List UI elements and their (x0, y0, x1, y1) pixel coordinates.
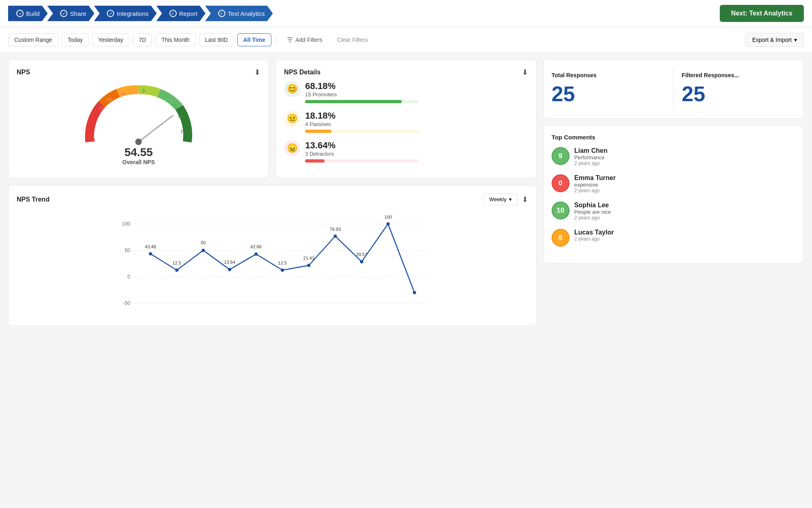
emma-comment: expensive (574, 182, 616, 188)
filtered-responses-box: Filtered Responses... 25 (673, 68, 795, 110)
weekly-button[interactable]: Weekly ▾ (483, 193, 518, 205)
svg-text:-20: -20 (130, 88, 136, 93)
trend-chart-svg: 100 50 0 -50 (17, 212, 528, 317)
chart-area: 100 50 0 -50 (17, 212, 528, 317)
download-icon[interactable]: ⬇ (522, 68, 528, 77)
nav-step-integrations[interactable]: ✓ Integrations (94, 6, 156, 21)
detractors-desc: 3 Detractors (305, 151, 419, 157)
nav-step-build[interactable]: ✓ Build (8, 6, 48, 21)
filter-all-time[interactable]: All Time (237, 33, 271, 46)
svg-text:13.64: 13.64 (224, 260, 236, 265)
gauge-value: 54.55 (124, 146, 153, 159)
svg-text:76.93: 76.93 (330, 227, 341, 232)
comment-item-emma: 0 Emma Turner expensive 2 years ago (552, 174, 795, 193)
nps-card-header: NPS ⬇ (17, 68, 260, 77)
clear-filters-button[interactable]: Clear Filters (331, 34, 373, 46)
svg-text:-100: -100 (86, 138, 95, 143)
total-responses-label: Total Responses (552, 72, 665, 78)
promoters-desc: 15 Promoters (305, 91, 419, 98)
detractors-item: 😠 13.64% 3 Detractors (284, 140, 528, 163)
svg-point-28 (333, 234, 337, 238)
svg-point-30 (386, 222, 390, 226)
passives-bar-fill (305, 130, 331, 133)
download-icon[interactable]: ⬇ (254, 68, 260, 77)
sophia-comment: People are nice (574, 209, 611, 215)
liam-time: 2 years ago (574, 161, 608, 166)
svg-text:12.5: 12.5 (278, 261, 287, 265)
passives-pct: 18.18% (305, 111, 419, 121)
chevron-down-icon: ▾ (794, 37, 797, 43)
top-comments-title: Top Comments (552, 134, 795, 141)
svg-point-29 (360, 260, 363, 263)
nps-card-title: NPS (17, 69, 30, 76)
stats-row: Total Responses 25 Filtered Responses...… (552, 68, 795, 110)
lucas-info: Lucas Taylor 2 years ago (574, 229, 614, 242)
nps-details-title: NPS Details (284, 69, 320, 76)
chevron-down-icon: ▾ (509, 196, 512, 202)
trend-controls: Weekly ▾ ⬇ (483, 193, 528, 205)
filtered-responses-value: 25 (682, 82, 795, 106)
add-filters-button[interactable]: Add Filters (281, 34, 328, 46)
lucas-avatar: 8 (552, 229, 569, 247)
filter-last-90d[interactable]: Last 90D (199, 33, 234, 46)
svg-text:-50: -50 (123, 300, 130, 306)
filtered-responses-label: Filtered Responses... (682, 72, 795, 78)
right-column: Total Responses 25 Filtered Responses...… (543, 59, 804, 326)
detractors-pct: 13.64% (305, 140, 419, 151)
filter-bar: Custom Range Today Yesterday 7D This Mon… (0, 27, 812, 53)
total-responses-value: 25 (552, 82, 665, 106)
svg-text:0: 0 (128, 274, 130, 280)
svg-text:21.43: 21.43 (303, 256, 315, 261)
svg-text:100: 100 (384, 215, 392, 219)
promoter-face-icon: 😊 (284, 81, 300, 97)
nav-step-share-label: Share (70, 10, 86, 17)
comment-item-liam: 9 Liam Chen Performance 2 years ago (552, 147, 795, 166)
svg-text:28.57: 28.57 (356, 252, 368, 257)
svg-text:43.48: 43.48 (145, 244, 156, 249)
nps-details-header: NPS Details ⬇ (284, 68, 528, 77)
passives-desc: 4 Passives (305, 121, 419, 127)
gauge-svg: -100 -80 -60 -40 -20 0 20 40 60 80 100 (82, 85, 195, 150)
detractors-info: 13.64% 3 Detractors (305, 140, 419, 163)
comment-item-lucas: 8 Lucas Taylor 2 years ago (552, 229, 795, 247)
filter-today[interactable]: Today (61, 33, 89, 46)
stats-card: Total Responses 25 Filtered Responses...… (543, 59, 804, 119)
svg-text:-40: -40 (119, 91, 126, 96)
download-icon[interactable]: ⬇ (522, 195, 528, 204)
next-button[interactable]: Next: Text Analytics (720, 5, 804, 22)
svg-text:50: 50 (201, 240, 206, 245)
nav-step-share[interactable]: ✓ Share (47, 6, 94, 21)
filter-7d[interactable]: 7D (133, 33, 152, 46)
filter-custom-range[interactable]: Custom Range (8, 33, 58, 46)
svg-text:-80: -80 (98, 105, 104, 110)
export-import-button[interactable]: Export & Import ▾ (745, 33, 804, 47)
gauge-label: Overall NPS (122, 159, 155, 165)
check-icon: ✓ (16, 10, 24, 17)
filter-divider (276, 36, 277, 44)
emma-time: 2 years ago (574, 188, 616, 193)
nav-step-integrations-label: Integrations (117, 10, 148, 17)
check-icon: ✓ (107, 10, 114, 17)
detractors-bar-fill (305, 159, 325, 163)
emma-info: Emma Turner expensive 2 years ago (574, 174, 616, 193)
nav-step-report-label: Report (179, 10, 197, 17)
nav-step-text-analytics[interactable]: ✓ Text Analytics (205, 6, 273, 21)
liam-info: Liam Chen Performance 2 years ago (574, 147, 608, 166)
svg-point-21 (149, 252, 152, 256)
lucas-score: 8 (559, 234, 562, 242)
nav-step-report[interactable]: ✓ Report (156, 6, 206, 21)
check-icon: ✓ (169, 10, 177, 17)
sophia-time: 2 years ago (574, 215, 611, 221)
svg-point-24 (228, 268, 231, 271)
svg-point-26 (281, 269, 284, 272)
svg-point-23 (201, 249, 205, 252)
promoters-info: 68.18% 15 Promoters (305, 81, 419, 103)
filter-yesterday[interactable]: Yesterday (92, 33, 130, 46)
svg-point-27 (307, 264, 310, 267)
svg-text:12.5: 12.5 (173, 261, 181, 265)
nav-step-text-analytics-label: Text Analytics (228, 10, 265, 17)
filter-this-month[interactable]: This Month (155, 33, 195, 46)
svg-text:0: 0 (142, 88, 145, 93)
lucas-time: 2 years ago (574, 236, 614, 242)
svg-text:-60: -60 (106, 97, 113, 102)
